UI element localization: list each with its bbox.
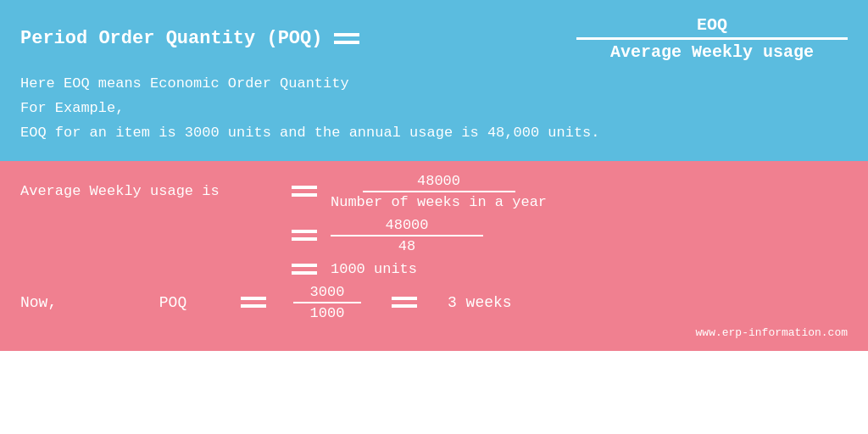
desc-line2: For Example,	[20, 97, 848, 121]
poq-num: 3000	[293, 284, 361, 303]
avg-weekly-denominator: Average Weekly usage	[610, 40, 814, 62]
poq-label: Period Order Quantity (POQ)	[20, 28, 322, 49]
fraction-2: 48000 48	[331, 217, 483, 254]
poq-formula-row: Period Order Quantity (POQ) EOQ Average …	[20, 15, 848, 62]
equals-icon-2	[292, 230, 317, 241]
poq-result: 3 weeks	[448, 294, 512, 311]
fraction-2-den: 48	[398, 236, 415, 254]
fraction-1: 48000 Number of weeks in a year	[331, 173, 547, 210]
equals-icon-now	[241, 297, 266, 308]
watermark: www.erp-information.com	[20, 326, 848, 339]
poq-fraction: EOQ Average Weekly usage	[576, 15, 848, 62]
equals-icon-3	[292, 264, 317, 275]
fraction-1-den: Number of weeks in a year	[331, 192, 547, 210]
fraction-2-num: 48000	[331, 217, 483, 236]
equals-icon-poq	[334, 33, 359, 44]
eoq-numerator: EOQ	[576, 15, 848, 40]
top-section: Period Order Quantity (POQ) EOQ Average …	[0, 0, 868, 161]
avg-weekly-row2: 48000 48	[20, 217, 848, 254]
now-label: Now,	[20, 294, 105, 311]
desc-line1: Here EOQ means Economic Order Quantity	[20, 72, 848, 97]
equals-icon-now2	[392, 297, 417, 308]
poq-word: POQ	[105, 294, 241, 311]
poq-den: 1000	[310, 303, 345, 321]
bottom-section: Average Weekly usage is 48000 Number of …	[0, 161, 868, 351]
equals-icon-1	[292, 186, 317, 197]
avg-label: Average Weekly usage is	[20, 183, 292, 199]
now-row: Now, POQ 3000 1000 3 weeks	[20, 284, 848, 321]
avg-weekly-row3: 1000 units	[20, 261, 848, 277]
description-text: Here EOQ means Economic Order Quantity F…	[20, 72, 848, 146]
poq-fraction-now: 3000 1000	[293, 284, 361, 321]
fraction-1-num: 48000	[363, 173, 515, 192]
result-1000: 1000 units	[331, 261, 417, 277]
avg-weekly-row1: Average Weekly usage is 48000 Number of …	[20, 173, 848, 210]
poq-left: Period Order Quantity (POQ)	[20, 28, 359, 49]
desc-line3: EOQ for an item is 3000 units and the an…	[20, 121, 848, 146]
